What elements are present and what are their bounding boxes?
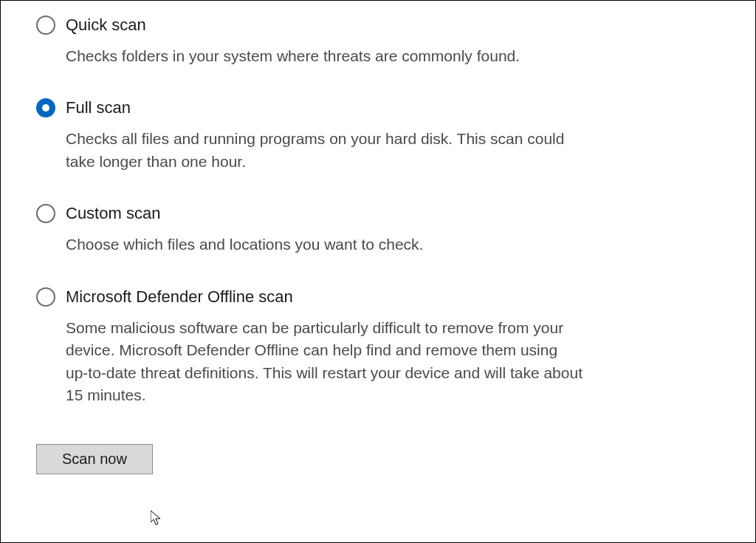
radio-icon — [36, 204, 55, 223]
radio-description-full: Checks all files and running programs on… — [66, 128, 583, 173]
scan-option-offline: Microsoft Defender Offline scan Some mal… — [36, 287, 720, 407]
radio-label-quick: Quick scan — [66, 16, 146, 35]
radio-description-quick: Checks folders in your system where thre… — [66, 45, 583, 67]
radio-quick-scan[interactable]: Quick scan — [36, 16, 720, 35]
radio-offline-scan[interactable]: Microsoft Defender Offline scan — [36, 287, 720, 307]
scan-option-custom: Custom scan Choose which files and locat… — [36, 204, 720, 256]
radio-label-full: Full scan — [66, 98, 131, 117]
radio-label-custom: Custom scan — [66, 204, 160, 223]
scan-option-quick: Quick scan Checks folders in your system… — [36, 16, 720, 67]
scan-now-button[interactable]: Scan now — [36, 444, 153, 474]
radio-icon-selected — [36, 98, 55, 117]
radio-custom-scan[interactable]: Custom scan — [36, 204, 720, 223]
radio-description-offline: Some malicious software can be particula… — [66, 317, 583, 407]
scan-option-full: Full scan Checks all files and running p… — [36, 98, 720, 173]
radio-icon — [36, 16, 55, 35]
radio-description-custom: Choose which files and locations you wan… — [66, 233, 583, 256]
cursor-icon — [151, 510, 164, 527]
radio-icon — [36, 287, 55, 307]
radio-full-scan[interactable]: Full scan — [36, 98, 720, 117]
button-row: Scan now — [36, 444, 720, 474]
radio-label-offline: Microsoft Defender Offline scan — [66, 287, 293, 307]
